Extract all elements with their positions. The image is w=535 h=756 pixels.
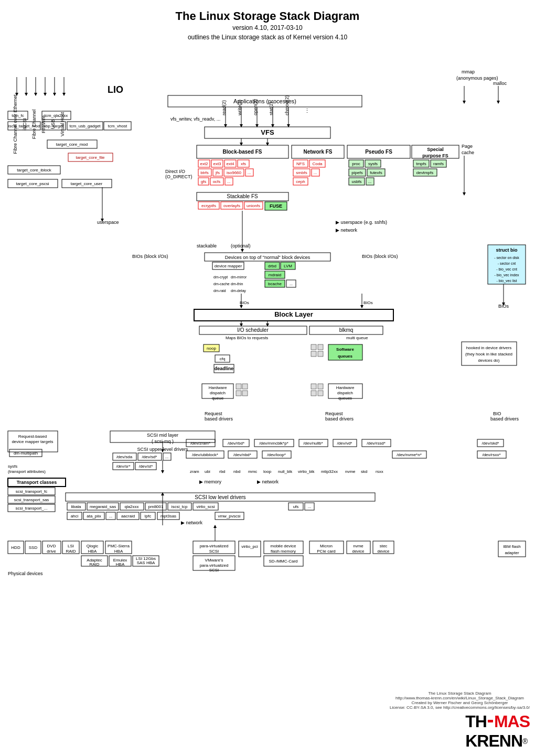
svg-text:Transport classes: Transport classes (17, 480, 57, 485)
svg-text:...: ... (308, 504, 312, 509)
svg-text:Devices on top of "normal" blo: Devices on top of "normal" block devices (225, 255, 311, 260)
svg-text:- sector on disk: - sector on disk (494, 256, 519, 260)
svg-text:LSI: LSI (68, 544, 74, 548)
svg-text:stackable: stackable (197, 243, 217, 249)
svg-text:RAID: RAID (89, 562, 99, 567)
svg-text:virtio_blk: virtio_blk (298, 469, 315, 474)
svg-text:Stackable FS: Stackable FS (227, 193, 258, 199)
logo-th: TH (465, 712, 487, 731)
svg-text:mmc: mmc (248, 469, 257, 474)
svg-text:...: ... (314, 170, 317, 175)
svg-text:based drivers: based drivers (325, 416, 354, 422)
logo-registered: ® (522, 737, 528, 746)
svg-text:...: ... (290, 282, 293, 286)
svg-text:malloc: malloc (493, 81, 507, 86)
svg-text:/dev/rsxx*: /dev/rsxx* (482, 452, 500, 457)
svg-text:...: ... (368, 179, 372, 184)
svg-text:(transport attributes): (transport attributes) (8, 469, 46, 474)
footer-text3: Created by Werner Fischer and Georg Schö… (412, 700, 508, 705)
svg-text:target_core_user: target_core_user (71, 181, 103, 186)
svg-text:(O_DIRECT): (O_DIRECT) (165, 174, 192, 179)
svg-text:dm-thin: dm-thin (231, 282, 243, 286)
svg-text:scsi_transport_fc: scsi_transport_fc (16, 489, 47, 494)
svg-text:qla2xxx: qla2xxx (124, 504, 138, 509)
svg-text:target_core_iblock: target_core_iblock (17, 168, 51, 172)
svg-text:SAS HBA: SAS HBA (137, 560, 155, 565)
svg-text:btrfs: btrfs (200, 170, 209, 175)
svg-text:cfq: cfq (220, 357, 226, 361)
svg-text:BIOs (block I/Os): BIOs (block I/Os) (132, 254, 168, 259)
svg-text:queues: queues (338, 354, 353, 359)
svg-text:ramfs: ramfs (433, 161, 444, 166)
svg-text:(they hook in like stacked: (they hook in like stacked (465, 352, 512, 357)
svg-text:nbd: nbd (233, 469, 240, 474)
svg-text:para-virtualized: para-virtualized (200, 563, 229, 568)
svg-text:based drivers: based drivers (490, 416, 519, 422)
svg-text:BIOs (block I/Os): BIOs (block I/Os) (362, 254, 398, 259)
svg-text:sysfs: sysfs (8, 464, 17, 469)
svg-rect-205 (318, 384, 323, 389)
main-title: The Linux Storage Stack Diagram (5, 5, 530, 24)
svg-text:Coda: Coda (312, 161, 323, 166)
svg-text:purpose FS: purpose FS (422, 153, 448, 158)
svg-text:dm-raid: dm-raid (213, 289, 226, 293)
svg-text:target_core_pscsi: target_core_pscsi (16, 181, 49, 186)
svg-rect-188 (236, 391, 241, 396)
svg-text:/dev/ubiblock*: /dev/ubiblock* (192, 452, 218, 457)
svg-text:noop: noop (207, 346, 216, 351)
svg-text:DVD: DVD (47, 544, 56, 548)
svg-text:struct bio: struct bio (496, 247, 518, 253)
svg-text:ext3: ext3 (213, 161, 221, 166)
svg-text:flash memory: flash memory (271, 549, 296, 554)
svg-text:/dev/rssd*: /dev/rssd* (367, 441, 386, 446)
svg-text:mmap: mmap (462, 69, 475, 74)
svg-text:dispatch: dispatch (210, 391, 226, 395)
svg-text:Hardware: Hardware (209, 385, 227, 390)
logo-mas: MAS (494, 712, 530, 731)
svg-text:VFS: VFS (261, 128, 274, 136)
svg-text:skd: skd (361, 469, 367, 474)
svg-text:tcm_usb_gadget: tcm_usb_gadget (69, 124, 101, 128)
svg-text:iso9660: iso9660 (227, 170, 242, 175)
svg-text:overlayfs: overlayfs (223, 203, 240, 208)
footer-text4: License: CC-BY-SA 3.0, see http://creati… (390, 705, 530, 710)
svg-text:/dev/zram*: /dev/zram* (190, 441, 210, 446)
svg-text:loop: loop (263, 469, 272, 474)
svg-text:adapter: adapter (505, 550, 519, 555)
svg-text:gfs: gfs (201, 179, 207, 184)
svg-text:/dev/skd*: /dev/skd* (482, 441, 499, 446)
svg-text:virtio_scsi: virtio_scsi (196, 504, 215, 509)
svg-text:LIO: LIO (108, 84, 123, 95)
svg-text:queues: queues (338, 396, 352, 401)
svg-text:ata_piix: ata_piix (87, 514, 101, 519)
svg-text:scsi_transport_...: scsi_transport_... (16, 506, 48, 511)
svg-rect-202 (311, 351, 316, 357)
svg-text:dm-delay: dm-delay (231, 289, 246, 293)
svg-text:device: device (352, 549, 365, 554)
svg-text:target_core_file: target_core_file (76, 155, 105, 160)
svg-text:Network FS: Network FS (303, 149, 332, 155)
svg-text:dm-crypt: dm-crypt (213, 275, 228, 279)
svg-text:virtio_pci: virtio_pci (241, 544, 258, 549)
svg-text:/dev/mmcblk*p*: /dev/mmcblk*p* (259, 441, 288, 446)
svg-text:...: ... (248, 170, 251, 175)
svg-rect-204 (311, 384, 316, 389)
svg-rect-186 (236, 384, 241, 389)
svg-text:ocfs: ocfs (213, 179, 221, 184)
svg-text:tcm_fc: tcm_fc (12, 113, 24, 118)
svg-text:xfs: xfs (241, 161, 246, 166)
svg-text:device: device (377, 549, 390, 554)
svg-text:multi queue: multi queue (346, 336, 368, 340)
svg-text:- bio_vec cnt: - bio_vec cnt (496, 267, 517, 272)
svg-text:cache: cache (462, 150, 474, 155)
svg-text:(anonymous pages): (anonymous pages) (456, 75, 498, 81)
svg-text:Software: Software (336, 347, 354, 352)
svg-text:SCSI: SCSI (209, 568, 219, 573)
svg-text:Direct I/O: Direct I/O (165, 169, 185, 174)
svg-text:ext2: ext2 (200, 161, 208, 166)
svg-text:VMware's: VMware's (205, 558, 223, 563)
svg-text:scsi_transport_sas: scsi_transport_sas (14, 498, 49, 502)
svg-rect-201 (318, 344, 323, 350)
svg-text:Page: Page (462, 144, 473, 149)
svg-text:SCSI mid layer: SCSI mid layer (147, 433, 178, 438)
